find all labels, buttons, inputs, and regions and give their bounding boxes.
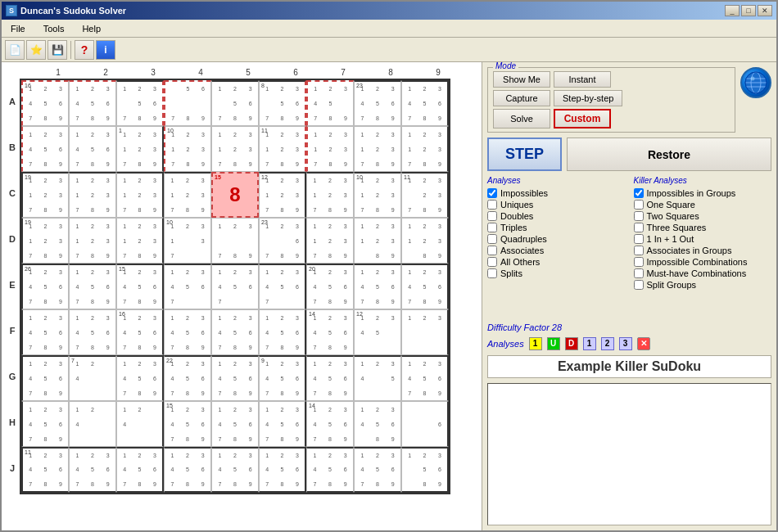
cell-J8[interactable]: 123456789 — [354, 447, 401, 493]
cell-B2[interactable]: 123456789 — [69, 126, 116, 172]
must-have-combos-checkbox[interactable] — [634, 268, 644, 278]
open-button[interactable]: ⭐ — [26, 40, 46, 60]
cell-J3[interactable]: 123456789 — [116, 447, 164, 493]
cell-G4[interactable]: 22123456789 — [164, 355, 211, 401]
cell-H9[interactable]: 6 — [401, 401, 449, 447]
cell-A1[interactable]: 16123456789 — [21, 80, 69, 126]
uniques-checkbox[interactable] — [487, 200, 497, 210]
cell-D7[interactable]: 123123789 — [306, 218, 354, 264]
cell-B5[interactable]: 123123789 — [211, 126, 259, 172]
cell-E4[interactable]: 1234567 — [164, 264, 211, 309]
sudoku-grid[interactable]: 16123456789 123456789 12356789 56789 123… — [20, 79, 450, 494]
cell-H5[interactable]: 123456789 — [211, 401, 259, 447]
cell-E6[interactable]: 1234567 — [259, 264, 306, 309]
impossibles-checkbox[interactable] — [487, 188, 497, 198]
three-squares-checkbox[interactable] — [634, 223, 644, 232]
cell-E3[interactable]: 15123456789 — [116, 264, 164, 309]
cell-B4[interactable]: 10123123789 — [164, 126, 211, 172]
cell-E5[interactable]: 1234567 — [211, 264, 259, 309]
associates-checkbox[interactable] — [487, 246, 497, 255]
cell-C8[interactable]: 10123123789 — [354, 172, 401, 218]
cell-C2[interactable]: 123123789 — [69, 172, 116, 218]
capture-button[interactable]: Capture — [493, 90, 550, 106]
custom-button[interactable]: Custom — [554, 109, 611, 128]
cell-E9[interactable]: 123456789 — [401, 264, 449, 309]
one-square-checkbox[interactable] — [634, 200, 644, 210]
cell-F9[interactable]: 123 — [401, 309, 449, 355]
cell-C6[interactable]: 12123123789 — [259, 172, 306, 218]
info-button[interactable]: i — [96, 40, 115, 60]
cell-F7[interactable]: 14123456789 — [306, 309, 354, 355]
cell-E8[interactable]: 123456789 — [354, 264, 401, 309]
cell-G1[interactable]: 123456789 — [21, 355, 69, 401]
cell-G3[interactable]: 123456789 — [116, 355, 164, 401]
cell-F5[interactable]: 123456789 — [211, 309, 259, 355]
close-button[interactable]: ✕ — [758, 5, 772, 16]
cell-A8[interactable]: 23123456789 — [354, 80, 401, 126]
cell-F1[interactable]: 123456789 — [21, 309, 69, 355]
cell-A3[interactable]: 12356789 — [116, 80, 164, 126]
cell-D9[interactable]: 12312389 — [401, 218, 449, 264]
new-button[interactable]: 📄 — [5, 40, 25, 60]
associates-groups-checkbox[interactable] — [634, 246, 644, 255]
cell-C7[interactable]: 123123789 — [306, 172, 354, 218]
cell-C4[interactable]: 123123789 — [164, 172, 211, 218]
cell-D3[interactable]: 123123789 — [116, 218, 164, 264]
cell-J1[interactable]: 11123456789 — [21, 447, 69, 493]
save-button[interactable]: 💾 — [47, 40, 67, 60]
quadruples-checkbox[interactable] — [487, 234, 497, 244]
cell-H7[interactable]: 14123456789 — [306, 401, 354, 447]
cell-F4[interactable]: 123456789 — [164, 309, 211, 355]
cell-G5[interactable]: 123456789 — [211, 355, 259, 401]
two-squares-checkbox[interactable] — [634, 211, 644, 221]
cell-J7[interactable]: 123456789 — [306, 447, 354, 493]
cell-D6[interactable]: 231236789 — [259, 218, 306, 264]
menu-help[interactable]: Help — [77, 22, 106, 35]
1in1out-checkbox[interactable] — [634, 234, 644, 244]
cell-B6[interactable]: 11123123789 — [259, 126, 306, 172]
cell-E7[interactable]: 20123456789 — [306, 264, 354, 309]
cell-D2[interactable]: 123123789 — [69, 218, 116, 264]
cell-H3[interactable]: 124 — [116, 401, 164, 447]
cell-H1[interactable]: 123456789 — [21, 401, 69, 447]
cell-F2[interactable]: 123456789 — [69, 309, 116, 355]
cell-E2[interactable]: 123456789 — [69, 264, 116, 309]
maximize-button[interactable]: □ — [741, 5, 756, 16]
cell-J2[interactable]: 123456789 — [69, 447, 116, 493]
step-by-step-button[interactable]: Step-by-step — [554, 90, 622, 106]
instant-button[interactable]: Instant — [554, 71, 611, 88]
impossibles-groups-checkbox[interactable] — [634, 188, 644, 198]
cell-D1[interactable]: 19123123789 — [21, 218, 69, 264]
cell-D5[interactable]: 123789 — [211, 218, 259, 264]
cell-G7[interactable]: 123456789 — [306, 355, 354, 401]
cell-F3[interactable]: 16123456789 — [116, 309, 164, 355]
cell-C1[interactable]: 19123123789 — [21, 172, 69, 218]
cell-H2[interactable]: 124 — [69, 401, 116, 447]
cell-D8[interactable]: 12312389 — [354, 218, 401, 264]
cell-H8[interactable]: 12345689 — [354, 401, 401, 447]
menu-tools[interactable]: Tools — [38, 22, 70, 35]
splits-checkbox[interactable] — [487, 268, 497, 278]
restore-button[interactable]: Restore — [567, 138, 771, 171]
cell-J6[interactable]: 123456789 — [259, 447, 306, 493]
cell-H4[interactable]: 15123456789 — [164, 401, 211, 447]
cell-A2[interactable]: 123456789 — [69, 80, 116, 126]
cell-H6[interactable]: 123456789 — [259, 401, 306, 447]
doubles-checkbox[interactable] — [487, 211, 497, 221]
minimize-button[interactable]: _ — [725, 5, 740, 16]
triples-checkbox[interactable] — [487, 223, 497, 232]
all-others-checkbox[interactable] — [487, 257, 497, 267]
cell-A6[interactable]: 812356789 — [259, 80, 306, 126]
cell-G2[interactable]: 7124 — [69, 355, 116, 401]
cell-J5[interactable]: 123456789 — [211, 447, 259, 493]
menu-file[interactable]: File — [6, 22, 30, 35]
cell-F6[interactable]: 123456789 — [259, 309, 306, 355]
cell-E1[interactable]: 26123456789 — [21, 264, 69, 309]
cell-A5[interactable]: 12356789 — [211, 80, 259, 126]
cell-D4[interactable]: 10123137 — [164, 218, 211, 264]
cell-C3[interactable]: 123123789 — [116, 172, 164, 218]
cell-C9[interactable]: 1112323789 — [401, 172, 449, 218]
cell-G9[interactable]: 123456789 — [401, 355, 449, 401]
cell-A7[interactable]: 12345789 — [306, 80, 354, 126]
help-button[interactable]: ? — [75, 40, 94, 60]
